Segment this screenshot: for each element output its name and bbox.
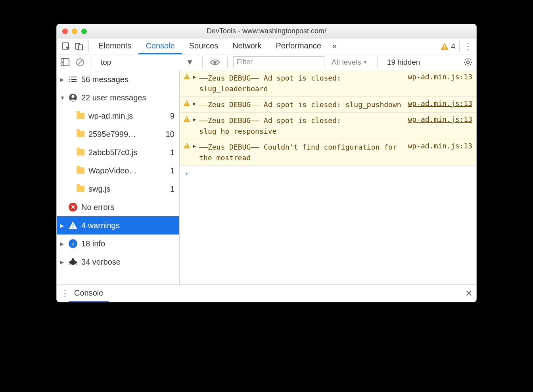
separator [88,41,89,52]
warning-count-badge[interactable]: 4 [441,42,455,51]
svg-rect-4 [444,48,445,49]
chevron-down-icon: ▼ [186,58,194,67]
separator [377,57,378,68]
warning-count: 4 [451,42,455,51]
tab-console[interactable]: Console [138,38,182,54]
drawer-tab-console[interactable]: Console [69,285,109,302]
console-warning-row[interactable]: ▶ ——Zeus DEBUG—— Ad spot is closed: slug… [180,97,476,113]
sidebar-user-messages[interactable]: ▼ 22 user messages [57,88,179,107]
svg-line-32 [75,261,77,262]
sidebar-verbose[interactable]: ▶ 34 verbose [57,253,179,271]
drawer: ⋮ Console ✕ [57,284,476,302]
sidebar-file-item[interactable]: 2595e7999… 10 [57,125,179,143]
svg-line-18 [470,59,471,60]
sidebar-file-item[interactable]: swg.js 1 [57,180,179,198]
console-warning-row[interactable]: ▶ ——Zeus DEBUG—— Couldn't find configura… [180,139,476,166]
warning-icon [441,43,449,50]
svg-rect-43 [186,144,187,146]
bug-icon [69,258,77,266]
sidebar-info[interactable]: ▶ i 18 info [57,234,179,253]
device-toolbar-icon[interactable] [73,38,86,54]
log-source-link[interactable]: wp-ad.min.js:13 [408,142,472,150]
svg-line-33 [69,263,71,264]
log-source-link[interactable]: wp-ad.min.js:13 [408,73,472,81]
expand-icon: ▶ [193,143,196,149]
hidden-messages-count[interactable]: 19 hidden [383,58,424,67]
sidebar-item-count: 1 [166,184,176,194]
context-selector[interactable]: top ▼ [98,56,197,68]
sidebar-item-label: 2595e7999… [88,130,162,139]
log-levels-selector[interactable]: All levels ▼ [328,58,372,67]
svg-line-15 [465,59,466,60]
svg-rect-39 [186,102,187,104]
sidebar-item-label: 4 warnings [81,221,176,230]
filter-placeholder: Filter [237,58,253,66]
sidebar-file-item[interactable]: WapoVideo… 1 [57,161,179,180]
warning-icon [69,221,77,229]
expand-icon: ▶ [60,77,65,83]
sidebar-file-item[interactable]: wp-ad.min.js 9 [57,107,179,125]
sidebar-item-label: No errors [81,203,176,212]
warning-icon [184,142,190,148]
log-message: ——Zeus DEBUG—— Ad spot is closed: slug_l… [199,73,405,94]
tab-performance[interactable]: Performance [269,38,329,54]
console-warning-row[interactable]: ▶ ——Zeus DEBUG—— Ad spot is closed: slug… [180,70,476,97]
console-prompt[interactable]: › [180,166,476,181]
expand-icon: ▶ [60,259,65,265]
svg-line-8 [78,60,82,65]
svg-rect-3 [444,45,445,48]
sidebar-item-label: 18 info [81,239,176,248]
live-expression-icon[interactable] [208,59,222,66]
toggle-sidebar-icon[interactable] [59,56,71,68]
titlebar: DevTools - www.washingtonpost.com/ [57,24,476,38]
window-title: DevTools - www.washingtonpost.com/ [57,27,476,35]
separator [459,41,460,52]
filter-input[interactable]: Filter [233,56,324,68]
error-icon: ✕ [69,203,77,211]
folder-icon [77,186,84,192]
sidebar-no-errors[interactable]: ▶ ✕ No errors [57,198,179,216]
tab-sources[interactable]: Sources [182,38,225,54]
inspect-element-icon[interactable] [59,38,73,54]
svg-rect-2 [79,45,82,50]
log-source-link[interactable]: wp-ad.min.js:13 [408,115,472,123]
svg-rect-40 [186,104,187,105]
kebab-menu-icon[interactable]: ⋮ [61,288,69,299]
svg-rect-44 [186,147,187,148]
kebab-menu-icon[interactable]: ⋮ [462,41,474,52]
svg-point-30 [72,258,74,261]
expand-icon: ▶ [193,74,196,80]
list-icon [69,76,77,83]
svg-line-17 [465,64,466,65]
expand-icon: ▶ [60,223,65,229]
folder-icon [77,149,84,156]
log-message: ——Zeus DEBUG—— Ad spot is closed: slug_h… [199,115,405,136]
svg-rect-41 [186,117,187,120]
sidebar-warnings[interactable]: ▶ 4 warnings [57,216,179,234]
sidebar-all-messages[interactable]: ▶ 56 messages [57,70,179,88]
sidebar-item-label: 56 messages [81,75,176,84]
tab-elements[interactable]: Elements [91,38,138,54]
folder-icon [77,113,84,119]
svg-point-26 [72,95,75,98]
sidebar-file-item[interactable]: 2abcb5f7c0.js 1 [57,143,179,161]
log-message: ——Zeus DEBUG—— Ad spot is closed: slug_p… [199,99,405,110]
svg-rect-38 [186,78,187,79]
tab-network[interactable]: Network [225,38,268,54]
sidebar-item-count: 9 [166,111,176,121]
warning-icon [184,116,190,122]
sidebar-item-label: wp-ad.min.js [88,111,162,121]
svg-line-34 [75,263,77,264]
clear-console-icon[interactable] [74,56,86,68]
console-log-area: ▶ ——Zeus DEBUG—— Ad spot is closed: slug… [180,70,476,284]
log-message: ——Zeus DEBUG—— Couldn't find configurati… [199,142,405,163]
chevron-down-icon: ▼ [363,60,368,65]
log-source-link[interactable]: wp-ad.min.js:13 [408,99,472,108]
sidebar-item-count: 10 [166,130,176,139]
sidebar-item-label: WapoVideo… [88,166,162,175]
console-warning-row[interactable]: ▶ ——Zeus DEBUG—— Ad spot is closed: slug… [180,113,476,139]
close-icon[interactable]: ✕ [465,288,472,299]
svg-point-10 [467,61,470,63]
settings-icon[interactable] [462,58,474,67]
tabs-overflow-icon[interactable]: » [328,38,341,54]
